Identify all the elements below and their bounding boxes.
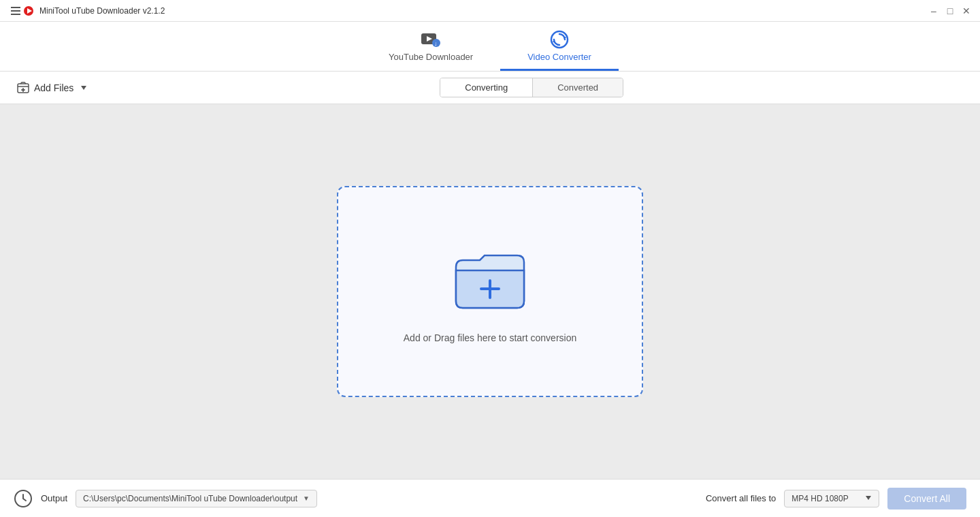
video-converter-icon	[550, 30, 569, 49]
svg-marker-12	[866, 496, 871, 500]
main-content: Add or Drag files here to start conversi…	[0, 104, 980, 479]
drop-zone-icon	[449, 240, 531, 322]
title-bar: MiniTool uTube Downloader v2.1.2 – □ ✕	[0, 0, 980, 22]
toolbar: Add Files Converting Converted	[0, 72, 980, 104]
tab-youtube-downloader[interactable]: ↓ YouTube Downloader	[361, 22, 500, 71]
add-files-label: Add Files	[34, 82, 74, 93]
drop-zone[interactable]: Add or Drag files here to start conversi…	[337, 186, 643, 397]
close-button[interactable]: ✕	[961, 5, 972, 16]
format-dropdown-arrow	[865, 494, 872, 503]
app-logo	[23, 5, 34, 16]
add-files-icon	[16, 81, 30, 95]
sub-tabs: Converting Converted	[440, 78, 623, 97]
add-files-dropdown-arrow[interactable]	[79, 83, 88, 93]
youtube-downloader-label: YouTube Downloader	[389, 52, 473, 62]
tab-video-converter[interactable]: Video Converter	[500, 22, 619, 71]
convert-all-files-to-label: Convert all files to	[706, 493, 776, 503]
svg-marker-10	[81, 86, 86, 90]
maximize-button[interactable]: □	[945, 5, 956, 16]
add-files-button[interactable]: Add Files	[11, 77, 94, 99]
clock-icon	[14, 489, 33, 508]
sub-tab-converted[interactable]: Converted	[533, 78, 623, 97]
sub-tab-converting[interactable]: Converting	[440, 78, 533, 97]
window-controls: – □ ✕	[928, 5, 972, 16]
hamburger-menu-button[interactable]	[8, 4, 23, 18]
app-title: MiniTool uTube Downloader v2.1.2	[39, 6, 928, 16]
output-label: Output	[41, 493, 67, 503]
format-selector[interactable]: MP4 HD 1080P	[784, 490, 879, 507]
output-path-text: C:\Users\pc\Documents\MiniTool uTube Dow…	[83, 494, 297, 503]
format-value: MP4 HD 1080P	[791, 494, 860, 503]
output-path-selector[interactable]: C:\Users\pc\Documents\MiniTool uTube Dow…	[76, 490, 317, 507]
youtube-downloader-icon: ↓	[421, 30, 440, 49]
bottom-bar: Output C:\Users\pc\Documents\MiniTool uT…	[0, 479, 980, 517]
minimize-button[interactable]: –	[928, 5, 939, 16]
app-tabs: ↓ YouTube Downloader Video Converter	[0, 22, 980, 72]
convert-all-button[interactable]: Convert All	[887, 488, 966, 510]
svg-text:↓: ↓	[434, 40, 438, 47]
output-path-dropdown-arrow: ▼	[303, 495, 310, 502]
drop-zone-hint: Add or Drag files here to start conversi…	[404, 332, 576, 343]
video-converter-label: Video Converter	[527, 52, 591, 62]
